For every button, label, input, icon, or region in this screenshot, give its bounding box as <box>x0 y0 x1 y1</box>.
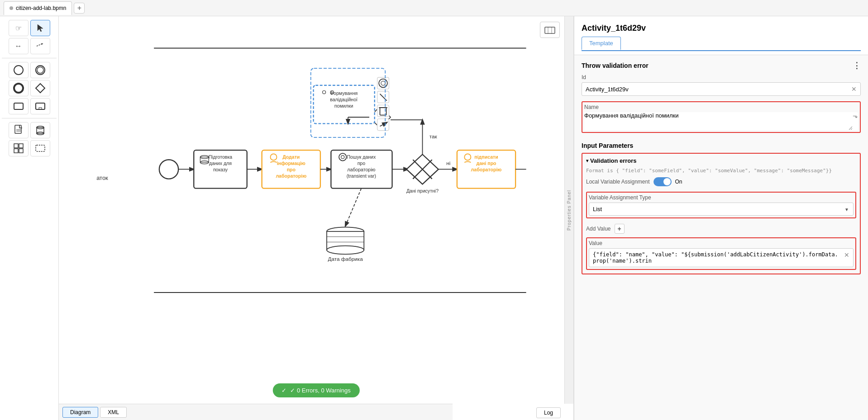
svg-text:помилки: помилки <box>334 103 353 109</box>
tab-xml[interactable]: XML <box>100 407 127 418</box>
tab-label: citizen-add-lab.bpmn <box>16 5 66 11</box>
double-circle-button[interactable] <box>30 62 50 78</box>
svg-text:Формування: Формування <box>330 90 358 96</box>
status-checkmark: ✓ <box>281 387 286 394</box>
svg-text:показу: показу <box>213 167 228 172</box>
svg-text:валідаційної: валідаційної <box>330 97 358 102</box>
toolbar-row-5 <box>2 98 57 114</box>
svg-line-49 <box>345 189 361 226</box>
toolbar-row-6 <box>2 122 57 138</box>
toolbar-row-1: ☞ <box>2 20 57 36</box>
local-var-toggle[interactable] <box>653 177 672 186</box>
svg-rect-20 <box>36 145 45 151</box>
log-button[interactable]: Log <box>536 407 561 418</box>
svg-text:про: про <box>358 160 366 166</box>
local-var-label: Local Variable Assignment <box>586 179 650 185</box>
collapse-arrow: ▾ <box>586 158 588 163</box>
toolbar-row-4 <box>2 80 57 96</box>
validation-errors-header[interactable]: ▾ Validation errors <box>586 157 856 164</box>
tab-template[interactable]: Template <box>582 37 621 50</box>
value-field[interactable]: {"field": "name", "value": "${submission… <box>589 248 854 267</box>
svg-rect-10 <box>15 125 21 133</box>
svg-marker-6 <box>36 84 45 93</box>
name-input[interactable]: ⬎ <box>584 112 858 130</box>
value-clear-button[interactable]: ✕ <box>844 251 849 259</box>
tab-bar: citizen-add-lab.bpmn + <box>0 0 868 16</box>
toolbar-row-2: ↔ <box>2 38 57 54</box>
add-tab-button[interactable]: + <box>74 3 85 14</box>
dashed-rect-button[interactable] <box>30 140 50 156</box>
toolbar-row-7 <box>2 140 57 156</box>
divider-2 <box>2 118 57 118</box>
section-title-row: Throw validation error ⋮ <box>582 61 861 71</box>
id-clear-button[interactable]: ✕ <box>851 85 857 93</box>
svg-point-25 <box>159 160 178 179</box>
svg-point-52 <box>327 246 364 255</box>
id-input[interactable]: Activity_1t6d29v ✕ <box>582 82 861 96</box>
add-value-row: Add Value + <box>586 224 856 234</box>
local-var-row: Local Variable Assignment On <box>586 177 856 186</box>
svg-point-2 <box>14 66 23 75</box>
hand-tool-button[interactable]: ☞ <box>9 20 29 36</box>
connect-button[interactable] <box>30 38 50 54</box>
id-label: Id <box>582 74 861 80</box>
svg-text:(transient var): (transient var) <box>347 173 376 179</box>
select-tool-button[interactable] <box>30 20 50 36</box>
toolbar-row-3 <box>2 62 57 78</box>
tab-diagram[interactable]: Diagram <box>62 407 98 418</box>
cylinder-button[interactable] <box>30 122 50 138</box>
svg-point-5 <box>14 84 23 93</box>
main-area: ☞ ↔ <box>0 16 868 420</box>
var-assign-type-group: Variable Assignment Type List Map String <box>586 192 856 218</box>
svg-text:ні: ні <box>446 160 450 166</box>
section-title: Throw validation error <box>582 62 649 69</box>
name-textarea[interactable] <box>584 112 853 130</box>
name-clear-button[interactable]: ⬎ <box>853 112 858 119</box>
svg-text:Пошук даних: Пошук даних <box>347 154 376 160</box>
subprocess-button[interactable] <box>30 98 50 114</box>
var-assign-type-select[interactable]: List Map String <box>589 203 854 216</box>
svg-rect-18 <box>14 149 18 153</box>
rectangle-button[interactable] <box>9 98 29 114</box>
properties-panel-label: Properties Panel <box>564 16 573 404</box>
value-field-group: Value {"field": "name", "value": "${subm… <box>586 237 856 270</box>
svg-text:Дата фабрика: Дата фабрика <box>328 256 363 262</box>
svg-text:про: про <box>287 167 296 172</box>
doc-button[interactable] <box>9 122 29 138</box>
svg-text:аток: аток <box>96 175 108 181</box>
var-assign-type-label: Variable Assignment Type <box>589 194 854 201</box>
name-label: Name <box>584 104 858 110</box>
svg-text:даних для: даних для <box>209 160 232 166</box>
canvas-area[interactable]: Properties Panel аток Підготовка <box>59 16 574 420</box>
more-options-button[interactable]: ⋮ <box>853 61 861 71</box>
bottom-tab-bar: Diagram XML <box>59 404 453 420</box>
props-tabs: Template <box>582 37 861 51</box>
grid-button[interactable] <box>9 140 29 156</box>
bpmn-diagram[interactable]: аток Підготовка даних для показу <box>59 16 573 420</box>
diamond-button[interactable] <box>30 80 50 96</box>
input-params-label: Input Parameters <box>582 138 861 149</box>
status-text: ✓ 0 Errors, 0 Warnings <box>290 387 350 394</box>
add-value-button[interactable]: + <box>615 224 625 234</box>
svg-text:лабораторію: лабораторію <box>347 167 375 172</box>
circle-shape-button[interactable] <box>9 62 29 78</box>
format-hint: Format is { "field": "someField", "value… <box>586 168 856 174</box>
expand-button[interactable]: ↔ <box>9 38 29 54</box>
input-params-section: Input Parameters ▾ Validation errors For… <box>582 138 861 274</box>
svg-text:так: так <box>429 133 438 139</box>
thick-circle-button[interactable] <box>9 80 29 96</box>
file-tab[interactable]: citizen-add-lab.bpmn <box>4 1 72 15</box>
svg-text:інформацію: інформацію <box>277 160 305 166</box>
svg-text:лабораторію: лабораторію <box>276 173 306 179</box>
local-var-value: On <box>675 179 682 185</box>
status-bar: ✓ ✓ 0 Errors, 0 Warnings <box>272 383 359 397</box>
validation-errors-section: ▾ Validation errors Format is { "field":… <box>582 153 861 274</box>
divider-1 <box>2 58 57 58</box>
svg-text:Дані присутні?: Дані присутні? <box>406 188 439 193</box>
add-value-label: Add Value <box>586 226 611 232</box>
props-content: Throw validation error ⋮ Id Activity_1t6… <box>574 55 868 420</box>
tab-dot <box>10 6 13 10</box>
value-label: Value <box>589 240 854 246</box>
left-toolbar: ☞ ↔ <box>0 16 59 420</box>
svg-text:Додати: Додати <box>282 154 300 160</box>
